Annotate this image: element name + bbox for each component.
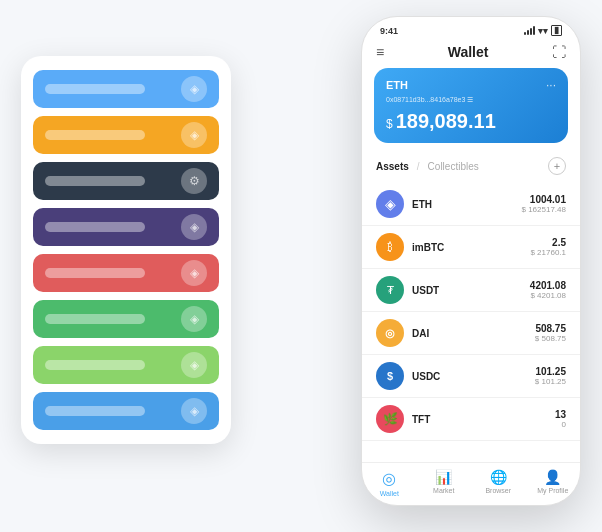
card-label	[45, 406, 145, 416]
list-item[interactable]: ◈	[33, 346, 219, 384]
asset-usd: $ 101.25	[535, 377, 566, 386]
bottom-nav: ◎ Wallet 📊 Market 🌐 Browser 👤 My Profile	[362, 462, 580, 505]
nav-item-profile[interactable]: 👤 My Profile	[526, 469, 581, 497]
asset-values: 13 0	[555, 409, 566, 429]
table-row[interactable]: ◈ ETH 1004.01 $ 162517.48	[362, 183, 580, 226]
browser-nav-icon: 🌐	[490, 469, 507, 485]
asset-values: 1004.01 $ 162517.48	[522, 194, 567, 214]
asset-name: USDT	[412, 285, 530, 296]
status-bar: 9:41 ▾▾ ▮	[362, 17, 580, 40]
currency-symbol: $	[386, 117, 393, 131]
menu-icon[interactable]: ≡	[376, 44, 384, 60]
expand-icon[interactable]: ⛶	[552, 44, 566, 60]
phone-mockup: 9:41 ▾▾ ▮ ≡ Wallet ⛶ ETH ···	[361, 16, 581, 506]
asset-amount: 101.25	[535, 366, 566, 377]
nav-item-wallet[interactable]: ◎ Wallet	[362, 469, 417, 497]
wallet-nav-label: Wallet	[380, 490, 399, 497]
table-row[interactable]: ₿ imBTC 2.5 $ 21760.1	[362, 226, 580, 269]
eth-card[interactable]: ETH ··· 0x08711d3b...8416a78e3 ☰ $189,08…	[374, 68, 568, 143]
status-icons: ▾▾ ▮	[524, 25, 562, 36]
eth-card-header: ETH ···	[386, 78, 556, 92]
more-icon[interactable]: ···	[546, 78, 556, 92]
list-item[interactable]: ◈	[33, 116, 219, 154]
usdc-icon: $	[376, 362, 404, 390]
profile-nav-icon: 👤	[544, 469, 561, 485]
table-row[interactable]: 🌿 TFT 13 0	[362, 398, 580, 441]
asset-values: 101.25 $ 101.25	[535, 366, 566, 386]
card-label	[45, 176, 145, 186]
wallet-nav-icon: ◎	[382, 469, 396, 488]
asset-usd: $ 508.75	[535, 334, 566, 343]
profile-nav-label: My Profile	[537, 487, 568, 494]
asset-usd: 0	[555, 420, 566, 429]
tab-collectibles[interactable]: Collectibles	[428, 161, 479, 172]
card-label	[45, 268, 145, 278]
imbtc-icon: ₿	[376, 233, 404, 261]
wifi-icon: ▾▾	[538, 26, 548, 36]
asset-values: 2.5 $ 21760.1	[530, 237, 566, 257]
asset-name: USDC	[412, 371, 535, 382]
browser-nav-label: Browser	[485, 487, 511, 494]
add-asset-button[interactable]: +	[548, 157, 566, 175]
card-icon: ◈	[181, 398, 207, 424]
tab-assets[interactable]: Assets	[376, 161, 409, 172]
list-item[interactable]: ◈	[33, 300, 219, 338]
asset-name: DAI	[412, 328, 535, 339]
eth-balance: $189,089.11	[386, 110, 556, 133]
asset-usd: $ 21760.1	[530, 248, 566, 257]
list-item[interactable]: ◈	[33, 208, 219, 246]
page-title: Wallet	[448, 44, 489, 60]
card-label	[45, 360, 145, 370]
asset-list: ◈ ETH 1004.01 $ 162517.48 ₿ imBTC 2.5 $ …	[362, 183, 580, 462]
asset-amount: 2.5	[530, 237, 566, 248]
nav-item-browser[interactable]: 🌐 Browser	[471, 469, 526, 497]
asset-values: 508.75 $ 508.75	[535, 323, 566, 343]
card-icon: ◈	[181, 76, 207, 102]
list-item[interactable]: ◈	[33, 392, 219, 430]
usdt-icon: ₮	[376, 276, 404, 304]
market-nav-label: Market	[433, 487, 454, 494]
card-icon: ◈	[181, 214, 207, 240]
card-icon: ◈	[181, 260, 207, 286]
signal-icon	[524, 27, 535, 35]
asset-values: 4201.08 $ 4201.08	[530, 280, 566, 300]
phone-header: ≡ Wallet ⛶	[362, 40, 580, 68]
tab-separator: /	[417, 161, 420, 172]
nav-item-market[interactable]: 📊 Market	[417, 469, 472, 497]
table-row[interactable]: $ USDC 101.25 $ 101.25	[362, 355, 580, 398]
asset-name: TFT	[412, 414, 555, 425]
card-label	[45, 84, 145, 94]
battery-icon: ▮	[551, 25, 562, 36]
card-label	[45, 314, 145, 324]
tft-icon: 🌿	[376, 405, 404, 433]
asset-usd: $ 162517.48	[522, 205, 567, 214]
asset-name: ETH	[412, 199, 522, 210]
eth-icon: ◈	[376, 190, 404, 218]
card-icon: ◈	[181, 122, 207, 148]
eth-address: 0x08711d3b...8416a78e3 ☰	[386, 96, 556, 104]
eth-label: ETH	[386, 79, 408, 91]
asset-amount: 13	[555, 409, 566, 420]
list-item[interactable]: ◈	[33, 254, 219, 292]
dai-icon: ◎	[376, 319, 404, 347]
list-item[interactable]: ⚙	[33, 162, 219, 200]
asset-amount: 1004.01	[522, 194, 567, 205]
assets-tabs: Assets / Collectibles	[376, 161, 479, 172]
card-stack: ◈ ◈ ⚙ ◈ ◈ ◈ ◈ ◈	[21, 56, 231, 444]
asset-name: imBTC	[412, 242, 530, 253]
card-label	[45, 130, 145, 140]
asset-usd: $ 4201.08	[530, 291, 566, 300]
card-icon: ◈	[181, 352, 207, 378]
asset-amount: 4201.08	[530, 280, 566, 291]
table-row[interactable]: ◎ DAI 508.75 $ 508.75	[362, 312, 580, 355]
time-display: 9:41	[380, 26, 398, 36]
card-label	[45, 222, 145, 232]
list-item[interactable]: ◈	[33, 70, 219, 108]
table-row[interactable]: ₮ USDT 4201.08 $ 4201.08	[362, 269, 580, 312]
asset-amount: 508.75	[535, 323, 566, 334]
scene: ◈ ◈ ⚙ ◈ ◈ ◈ ◈ ◈	[21, 16, 581, 516]
assets-header: Assets / Collectibles +	[362, 153, 580, 183]
card-icon: ⚙	[181, 168, 207, 194]
card-icon: ◈	[181, 306, 207, 332]
market-nav-icon: 📊	[435, 469, 452, 485]
